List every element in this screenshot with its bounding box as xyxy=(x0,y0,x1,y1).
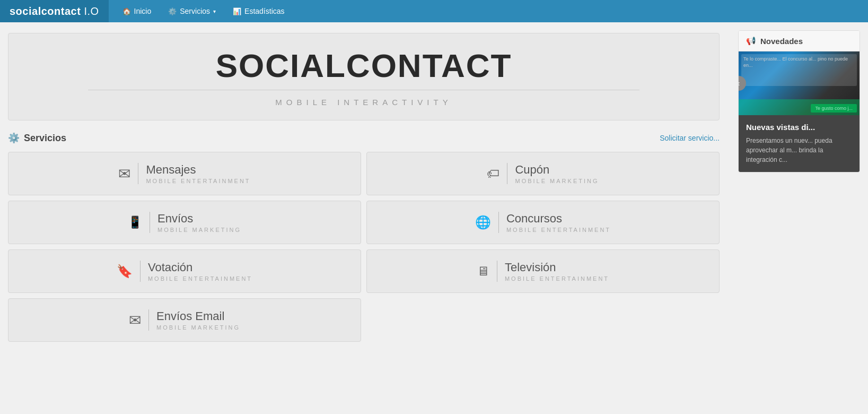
service-cat-mensajes: MOBILE ENTERTAINMENT xyxy=(146,178,250,184)
card-divider xyxy=(148,309,149,331)
sidebar-card: 📢 Novedades Te lo compraste... El concur… xyxy=(738,30,860,172)
service-name-envios: Envíos xyxy=(157,212,241,226)
email-icon: ✉ xyxy=(129,312,141,329)
navbar: socialcontact I.O 🏠 Inicio ⚙️ Servicios … xyxy=(0,0,868,22)
services-left-column: ✉ Mensajes MOBILE ENTERTAINMENT 📱 Envío xyxy=(8,152,361,342)
service-name-envios-email: Envíos Email xyxy=(156,309,240,323)
card-divider xyxy=(507,163,507,184)
sidebar-title: Novedades xyxy=(760,37,803,46)
nav-item-estadisticas[interactable]: 📊 Estadísticas xyxy=(224,0,293,22)
card-divider xyxy=(150,212,150,233)
org-chart-icon: 🌐 xyxy=(475,215,491,230)
tag-icon: 🏷 xyxy=(487,166,499,181)
service-cat-television: MOBILE ENTERTAINMENT xyxy=(505,275,609,282)
services-grid: ✉ Mensajes MOBILE ENTERTAINMENT 📱 Envío xyxy=(8,152,720,342)
service-name-votacion: Votación xyxy=(148,261,252,274)
mobile-icon: 📱 xyxy=(128,215,142,229)
services-title-text: Servicios xyxy=(24,133,66,144)
card-divider xyxy=(140,261,141,282)
page-wrapper: SOCIALCONTACT MOBILE INTERACTIVITY ⚙️ Se… xyxy=(0,22,868,352)
megaphone-icon: 📢 xyxy=(746,36,756,46)
nav-link-inicio[interactable]: 🏠 Inicio xyxy=(114,0,160,22)
hero-subtitle: MOBILE INTERACTIVITY xyxy=(19,98,708,107)
request-service-link[interactable]: Solicitar servicio... xyxy=(660,134,720,142)
service-card-votacion[interactable]: 🔖 Votación MOBILE ENTERTAINMENT xyxy=(8,249,361,293)
home-icon: 🏠 xyxy=(122,7,131,15)
services-right-column: 🏷 Cupón MOBILE MARKETING 🌐 Concursos xyxy=(366,152,720,342)
service-card-television[interactable]: 🖥 Televisión MOBILE ENTERTAINMENT xyxy=(366,249,720,293)
sidebar-image-wrapper: Te lo compraste... El concurso al... pin… xyxy=(739,51,860,115)
service-card-concursos[interactable]: 🌐 Concursos MOBILE ENTERTAINMENT xyxy=(366,201,720,244)
service-card-mensajes[interactable]: ✉ Mensajes MOBILE ENTERTAINMENT xyxy=(8,152,361,195)
envelope-icon: ✉ xyxy=(118,165,130,183)
hero-divider xyxy=(88,90,639,90)
card-divider xyxy=(138,163,138,184)
chart-icon: 📊 xyxy=(233,7,241,15)
services-section-header: ⚙️ Servicios Solicitar servicio... xyxy=(8,132,720,144)
nav-link-estadisticas[interactable]: 📊 Estadísticas xyxy=(224,0,293,22)
service-name-concursos: Concursos xyxy=(506,212,611,226)
service-name-mensajes: Mensajes xyxy=(146,163,250,177)
services-section-title: ⚙️ Servicios xyxy=(8,132,66,144)
navbar-brand: socialcontact I.O xyxy=(0,0,109,22)
sidebar-news-title: Nuevas vistas di... xyxy=(746,123,852,132)
bookmark-icon: 🔖 xyxy=(117,264,133,279)
card-divider xyxy=(497,261,497,282)
service-cat-votacion: MOBILE ENTERTAINMENT xyxy=(148,275,252,282)
service-cat-envios: MOBILE MARKETING xyxy=(157,227,241,233)
service-name-cupon: Cupón xyxy=(515,163,599,177)
service-card-cupon[interactable]: 🏷 Cupón MOBILE MARKETING xyxy=(366,152,720,195)
gear-icon: ⚙️ xyxy=(168,7,177,15)
hero-banner: SOCIALCONTACT MOBILE INTERACTIVITY xyxy=(8,33,720,120)
services-title-icon: ⚙️ xyxy=(8,132,20,144)
main-content: SOCIALCONTACT MOBILE INTERACTIVITY ⚙️ Se… xyxy=(0,22,730,352)
service-card-envios-email[interactable]: ✉ Envíos Email MOBILE MARKETING xyxy=(8,298,361,342)
sidebar: 📢 Novedades Te lo compraste... El concur… xyxy=(730,22,868,352)
television-icon: 🖥 xyxy=(477,264,489,279)
brand-name: socialcontact I.O xyxy=(10,5,99,18)
service-card-envios[interactable]: 📱 Envíos MOBILE MARKETING xyxy=(8,201,361,244)
navbar-nav: 🏠 Inicio ⚙️ Servicios ▾ 📊 Estadísticas xyxy=(109,0,293,22)
hero-title: SOCIALCONTACT xyxy=(19,49,708,82)
service-cat-concursos: MOBILE ENTERTAINMENT xyxy=(506,227,611,233)
service-name-television: Televisión xyxy=(505,261,609,274)
nav-link-servicios[interactable]: ⚙️ Servicios ▾ xyxy=(160,0,224,22)
service-cat-cupon: MOBILE MARKETING xyxy=(515,178,599,184)
sidebar-screenshot: Te lo compraste... El concurso al... pin… xyxy=(739,51,860,115)
nav-item-servicios[interactable]: ⚙️ Servicios ▾ xyxy=(160,0,224,22)
nav-item-inicio[interactable]: 🏠 Inicio xyxy=(114,0,160,22)
dropdown-caret-icon: ▾ xyxy=(213,8,216,14)
service-cat-envios-email: MOBILE MARKETING xyxy=(156,324,240,331)
card-divider xyxy=(498,212,499,233)
sidebar-news-area: Nuevas vistas di... Presentamos un nuev.… xyxy=(739,115,860,172)
sidebar-news-text: Presentamos un nuev... pueda aprovechar … xyxy=(746,136,852,165)
sidebar-header: 📢 Novedades xyxy=(739,31,860,51)
